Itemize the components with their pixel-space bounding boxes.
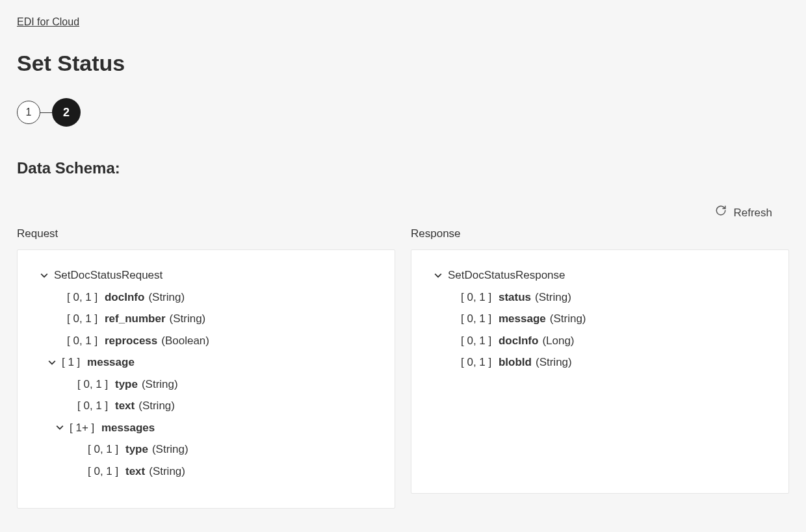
step-1[interactable]: 1 (17, 101, 40, 124)
field-name: reprocess (105, 333, 157, 349)
field-name: blobId (499, 354, 532, 371)
request-panel: SetDocStatusRequest [ 0, 1 ] docInfo (St… (17, 249, 395, 509)
field-type: (String) (535, 289, 571, 306)
refresh-label: Refresh (733, 205, 772, 222)
field-type: (String) (170, 310, 206, 327)
field-name: type (115, 376, 138, 393)
tree-leaf: [ 0, 1 ] message (String) (423, 308, 777, 330)
tree-node-message[interactable]: [ 1 ] message (29, 351, 383, 374)
field-type: (String) (138, 398, 175, 414)
chevron-down-icon[interactable] (38, 272, 50, 279)
cardinality: [ 0, 1 ] (88, 441, 122, 458)
field-name: text (125, 463, 145, 480)
tree-leaf: [ 0, 1 ] blobId (String) (423, 351, 777, 374)
refresh-button[interactable]: Refresh (17, 205, 789, 222)
tree-node-root[interactable]: SetDocStatusRequest (29, 264, 383, 286)
tree-leaf: [ 0, 1 ] status (String) (423, 286, 777, 309)
cardinality: [ 0, 1 ] (67, 289, 101, 306)
response-header: Response (411, 225, 789, 242)
tree-leaf: [ 0, 1 ] type (String) (29, 374, 383, 396)
tree-leaf: [ 0, 1 ] text (String) (29, 395, 383, 417)
cardinality: [ 0, 1 ] (67, 333, 101, 349)
field-type: (String) (148, 289, 185, 306)
chevron-down-icon[interactable] (46, 359, 58, 366)
cardinality: [ 0, 1 ] (461, 354, 495, 371)
field-type: (String) (550, 310, 586, 327)
cardinality: [ 0, 1 ] (461, 310, 495, 327)
node-label: SetDocStatusResponse (448, 267, 566, 284)
chevron-down-icon[interactable] (432, 272, 444, 279)
tree-leaf: [ 0, 1 ] reprocess (Boolean) (29, 330, 383, 352)
cardinality: [ 0, 1 ] (461, 289, 495, 306)
field-name: type (125, 441, 148, 458)
field-name: message (499, 310, 546, 327)
cardinality: [ 0, 1 ] (77, 398, 111, 414)
node-label: SetDocStatusRequest (54, 267, 162, 284)
field-name: docInfo (105, 289, 144, 306)
cardinality: [ 0, 1 ] (461, 333, 495, 349)
stepper: 1 2 (17, 98, 789, 127)
field-type: (String) (142, 376, 178, 393)
field-name: messages (101, 420, 155, 437)
tree-leaf: [ 0, 1 ] text (String) (29, 461, 383, 483)
tree-leaf: [ 0, 1 ] type (String) (29, 438, 383, 461)
section-heading: Data Schema: (17, 157, 789, 180)
cardinality: [ 0, 1 ] (88, 463, 122, 480)
page-title: Set Status (17, 47, 789, 80)
cardinality: [ 0, 1 ] (67, 310, 101, 327)
cardinality: [ 1 ] (62, 354, 83, 371)
cardinality: [ 0, 1 ] (77, 376, 111, 393)
field-name: text (115, 398, 135, 414)
field-name: message (87, 354, 135, 371)
field-name: docInfo (499, 333, 538, 349)
field-type: (String) (152, 441, 188, 458)
chevron-down-icon[interactable] (54, 424, 66, 431)
field-name: ref_number (105, 310, 166, 327)
field-type: (Long) (542, 333, 574, 349)
step-connector (40, 112, 52, 113)
refresh-icon (715, 205, 727, 222)
step-2[interactable]: 2 (52, 98, 81, 127)
field-type: (String) (149, 463, 185, 480)
field-type: (Boolean) (161, 333, 209, 349)
tree-node-root[interactable]: SetDocStatusResponse (423, 264, 777, 286)
request-header: Request (17, 225, 395, 242)
breadcrumb-link[interactable]: EDI for Cloud (17, 16, 79, 27)
tree-leaf: [ 0, 1 ] docInfo (Long) (423, 330, 777, 352)
response-panel: SetDocStatusResponse [ 0, 1 ] status (St… (411, 249, 789, 494)
tree-leaf: [ 0, 1 ] ref_number (String) (29, 308, 383, 330)
tree-node-messages[interactable]: [ 1+ ] messages (29, 417, 383, 439)
field-name: status (499, 289, 531, 306)
cardinality: [ 1+ ] (70, 420, 98, 437)
field-type: (String) (536, 354, 572, 371)
tree-leaf: [ 0, 1 ] docInfo (String) (29, 286, 383, 309)
